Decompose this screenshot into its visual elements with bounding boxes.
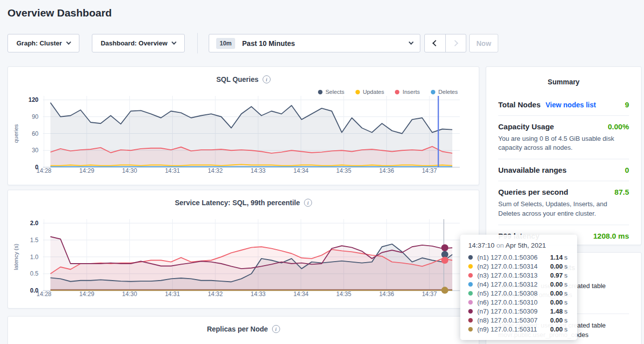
svg-text:120: 120 — [28, 96, 38, 103]
tooltip-node-unit: s — [564, 290, 568, 297]
tooltip-timestamp: 14:37:10 on Apr 5th, 2021 — [468, 242, 569, 249]
tooltip-node-label: (n3) 127.0.0.1:50313 — [477, 272, 550, 279]
svg-text:14:30: 14:30 — [122, 291, 137, 298]
tooltip-node-label: (n8) 127.0.0.1:50307 — [477, 317, 550, 324]
tooltip-node-value: 0.00 — [550, 263, 563, 270]
tooltip-node-value: 0.00 — [550, 290, 563, 297]
service-latency-plot[interactable]: 0.00.51.01.52.014:2814:2914:3014:3114:32… — [8, 190, 479, 308]
svg-text:2.0: 2.0 — [30, 220, 38, 227]
svg-text:14:32: 14:32 — [208, 167, 223, 174]
svg-text:14:37: 14:37 — [422, 167, 437, 174]
tooltip-node-value: 0.00 — [550, 299, 563, 306]
tooltip-node-row: (n4) 127.0.0.1:503120.00s — [468, 280, 569, 289]
node-series-dot-icon — [468, 327, 473, 332]
svg-text:60: 60 — [32, 130, 39, 137]
tooltip-node-value: 1.48 — [550, 308, 563, 315]
tooltip-node-row: (n7) 127.0.0.1:503091.48s — [468, 307, 569, 316]
sql-queries-plot[interactable]: 030609012014:2814:2914:3014:3114:3214:33… — [8, 67, 479, 185]
summary-row: Queries per second87.5Sum of Selects, Up… — [498, 181, 629, 225]
tooltip-node-unit: s — [564, 317, 568, 324]
summary-metric-value: 1208.0 ms — [593, 232, 629, 240]
node-series-dot-icon — [468, 291, 473, 296]
tooltip-node-unit: s — [564, 308, 568, 315]
summary-metric-value: 87.5 — [615, 188, 629, 196]
page-title: Overview Dashboard — [7, 7, 112, 19]
tooltip-node-value: 1.14 — [550, 254, 563, 261]
summary-row: Capacity Usage0.00%You are using 0 B of … — [498, 116, 629, 159]
tooltip-node-row: (n3) 127.0.0.1:503130.97s — [468, 271, 569, 280]
tooltip-node-row: (n2) 127.0.0.1:503140.00s — [468, 262, 569, 271]
tooltip-node-label: (n2) 127.0.0.1:50314 — [477, 263, 550, 270]
sql-queries-chart-card: SQL Queries i SelectsUpdatesInsertsDelet… — [7, 66, 479, 185]
svg-text:30: 30 — [32, 147, 39, 154]
svg-text:14:33: 14:33 — [251, 291, 266, 298]
summary-row-head: Capacity Usage0.00% — [498, 122, 629, 131]
svg-text:1.5: 1.5 — [30, 237, 38, 244]
tooltip-node-row: (n6) 127.0.0.1:503100.00s — [468, 298, 569, 307]
svg-text:14:32: 14:32 — [208, 291, 223, 298]
tooltip-node-value: 0.00 — [550, 317, 563, 324]
time-range-selector[interactable]: 10m Past 10 Minutes — [209, 34, 420, 52]
summary-metric-value: 0.00% — [608, 122, 629, 131]
summary-metric-description: Sum of Selects, Updates, Inserts, and De… — [498, 200, 629, 218]
tooltip-node-label: (n7) 127.0.0.1:50309 — [477, 308, 550, 315]
summary-panel: Summary Total NodesView nodes list9Capac… — [486, 66, 642, 245]
time-range-badge: 10m — [216, 38, 235, 49]
graph-dropdown-label: Graph: Cluster — [16, 39, 62, 47]
summary-row-head: Total NodesView nodes list9 — [498, 100, 629, 109]
time-nav — [424, 34, 466, 52]
summary-metric-label: Total Nodes — [498, 100, 541, 109]
svg-text:14:31: 14:31 — [165, 167, 180, 174]
svg-text:90: 90 — [32, 113, 39, 120]
tooltip-node-unit: s — [564, 272, 568, 279]
view-nodes-list-link[interactable]: View nodes list — [546, 101, 596, 109]
chevron-down-icon — [172, 40, 177, 45]
svg-text:14:33: 14:33 — [251, 167, 266, 174]
chevron-left-icon — [432, 40, 439, 46]
svg-text:14:36: 14:36 — [379, 291, 394, 298]
summary-metric-label: Queries per second — [498, 188, 568, 196]
summary-row: Unavailable ranges0 — [498, 159, 629, 181]
tooltip-node-label: (n5) 127.0.0.1:50308 — [477, 290, 550, 297]
chevron-down-icon — [409, 40, 414, 45]
time-back-button[interactable] — [425, 34, 445, 52]
service-latency-chart-card: Service Latency: SQL, 99th percentile i … — [7, 190, 479, 309]
tooltip-node-row: (n5) 127.0.0.1:503080.00s — [468, 289, 569, 298]
tooltip-node-label: (n1) 127.0.0.1:50306 — [477, 254, 550, 261]
tooltip-node-value: 0.00 — [550, 326, 563, 333]
tooltip-node-row: (n1) 127.0.0.1:503061.14s — [468, 253, 569, 262]
tooltip-node-label: (n9) 127.0.0.1:50311 — [477, 326, 550, 333]
svg-text:14:35: 14:35 — [336, 167, 351, 174]
tooltip-node-row: (n8) 127.0.0.1:503070.00s — [468, 316, 569, 325]
svg-text:14:37: 14:37 — [422, 291, 437, 298]
svg-text:latency (s): latency (s) — [13, 244, 19, 270]
svg-text:14:28: 14:28 — [36, 167, 51, 174]
node-series-dot-icon — [468, 309, 473, 314]
svg-text:14:34: 14:34 — [294, 291, 309, 298]
svg-text:14:35: 14:35 — [336, 291, 351, 298]
node-series-dot-icon — [468, 273, 473, 278]
now-button[interactable]: Now — [469, 34, 498, 52]
tooltip-node-value: 0.00 — [550, 281, 563, 288]
summary-metric-label: Unavailable ranges — [498, 166, 567, 174]
svg-text:14:36: 14:36 — [379, 167, 394, 174]
chart-hover-tooltip: 14:37:10 on Apr 5th, 2021 (n1) 127.0.0.1… — [460, 235, 577, 340]
tooltip-node-unit: s — [564, 299, 568, 306]
time-forward-button[interactable] — [445, 34, 466, 52]
summary-metric-value: 9 — [625, 100, 629, 109]
summary-row: Total NodesView nodes list9 — [498, 94, 629, 116]
svg-text:14:34: 14:34 — [294, 167, 309, 174]
tooltip-node-row: (n9) 127.0.0.1:503110.00s — [468, 325, 569, 334]
tooltip-node-unit: s — [564, 254, 568, 261]
dashboard-dropdown[interactable]: Dashboard: Overview — [92, 34, 185, 52]
svg-text:1.0: 1.0 — [30, 254, 38, 261]
info-icon[interactable]: i — [272, 325, 280, 333]
graph-dropdown[interactable]: Graph: Cluster — [7, 34, 79, 52]
summary-row-head: Unavailable ranges0 — [498, 166, 629, 174]
summary-metric-description: You are using 0 B of 4.5 GiB usable disk… — [498, 134, 629, 152]
replicas-per-node-chart-card: Replicas per Node i — [7, 316, 479, 344]
node-series-dot-icon — [468, 264, 473, 269]
tooltip-node-label: (n4) 127.0.0.1:50312 — [477, 281, 550, 288]
svg-text:14:29: 14:29 — [79, 291, 94, 298]
chevron-down-icon — [66, 40, 71, 45]
